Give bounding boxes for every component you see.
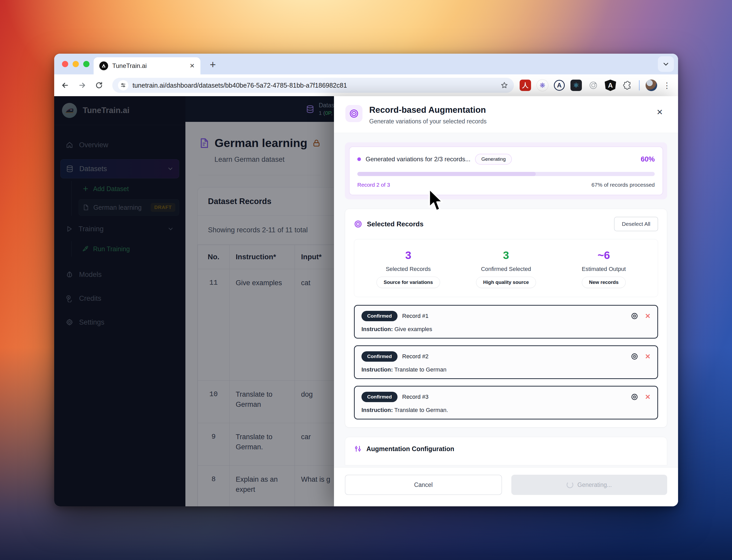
- extensions-puzzle-icon[interactable]: [622, 80, 633, 91]
- page-subtitle: Learn German dataset: [214, 156, 321, 164]
- dataset-records-title: Dataset Records: [198, 187, 334, 216]
- draft-badge: DRAFT: [151, 203, 175, 212]
- stat-pill: Source for variations: [377, 277, 440, 288]
- generation-progress-section: Generated variations for 2/3 records... …: [345, 142, 667, 199]
- close-window-button[interactable]: [62, 61, 68, 67]
- sidebar-item-settings[interactable]: Settings: [60, 313, 179, 332]
- selected-record-list: Confirmed Record #1 ✕ Instruction: Give …: [354, 305, 658, 419]
- page-header: German learning Learn German dataset: [185, 122, 334, 175]
- minimize-window-button[interactable]: [73, 61, 79, 67]
- lock-icon: [312, 138, 321, 148]
- modal-subtitle: Generate variations of your selected rec…: [369, 118, 487, 125]
- url-text[interactable]: tunetrain.ai/dashboard/datasets/bb40be76…: [133, 82, 496, 89]
- new-tab-button[interactable]: +: [210, 59, 216, 71]
- confirmed-badge: Confirmed: [361, 351, 398, 362]
- remove-record-icon[interactable]: ✕: [645, 393, 651, 401]
- augmentation-modal: Record-based Augmentation Generate varia…: [334, 96, 678, 506]
- selected-records-heading: Selected Records: [367, 220, 423, 228]
- topbar-dataset-stats: 1 (0P,: [319, 110, 334, 116]
- sidebar-item-overview[interactable]: Overview: [60, 135, 179, 155]
- forward-button[interactable]: [78, 81, 89, 89]
- modal-header: Record-based Augmentation Generate varia…: [334, 96, 678, 133]
- file-icon: [82, 204, 89, 211]
- bookmark-star-icon[interactable]: [500, 81, 508, 89]
- selected-records-section: Selected Records Deselect All 3 Selected…: [345, 209, 667, 428]
- tab-close-icon[interactable]: ✕: [190, 62, 195, 69]
- toolbar-divider: [639, 80, 640, 90]
- divider: [198, 175, 321, 175]
- training-subnav: Run Training: [71, 241, 179, 257]
- stat-pill: New records: [582, 277, 625, 288]
- selected-record-card: Confirmed Record #3 ✕ Instruction: Trans…: [354, 386, 658, 419]
- dataset-records-card: Dataset Records Showing records 2-11 of …: [197, 187, 334, 506]
- close-icon[interactable]: ✕: [653, 105, 667, 119]
- sidebar: TuneTrain.ai Overview Datasets: [54, 96, 185, 506]
- generating-button[interactable]: Generating...: [511, 475, 667, 495]
- play-icon: [66, 225, 73, 233]
- modal-footer: Cancel Generating...: [334, 467, 678, 506]
- pdf-extension-icon[interactable]: 人: [520, 80, 531, 91]
- back-button[interactable]: [61, 81, 72, 89]
- cancel-button[interactable]: Cancel: [345, 475, 502, 495]
- sidebar-item-models[interactable]: Models: [60, 265, 179, 284]
- angular-extension-icon[interactable]: A: [605, 80, 616, 91]
- table-row[interactable]: 9 Translate to German. car: [198, 423, 334, 466]
- topbar-dataset-label: Datase: [319, 102, 334, 109]
- preview-target-icon[interactable]: [631, 312, 638, 320]
- table-row[interactable]: 11 Give examples cat: [198, 269, 334, 381]
- main-content: Datase 1 (0P, German learning Learn Germ…: [185, 96, 334, 506]
- brain-icon: [66, 271, 73, 278]
- stat-selected-records: 3 Selected Records Source for variations: [359, 249, 457, 288]
- generating-badge: Generating: [475, 154, 512, 165]
- sidebar-item-credits[interactable]: Credits: [60, 289, 179, 308]
- generation-progress-card: Generated variations for 2/3 records... …: [349, 146, 663, 195]
- remove-record-icon[interactable]: ✕: [645, 312, 651, 320]
- coins-icon: [66, 295, 73, 302]
- orbit-extension-icon[interactable]: [588, 80, 599, 91]
- record-title: Record #1: [402, 313, 429, 319]
- reload-button[interactable]: [95, 81, 107, 89]
- database-icon: [66, 165, 74, 173]
- preview-target-icon[interactable]: [631, 393, 638, 401]
- table-row[interactable]: 8 Explain as an expert What is g: [198, 466, 334, 507]
- progress-status-text: Generated variations for 2/3 records...: [366, 156, 470, 163]
- browser-tab[interactable]: TuneTrain.ai ✕: [94, 57, 200, 74]
- home-icon: [66, 141, 73, 149]
- letter-a-extension-icon[interactable]: A: [554, 80, 565, 91]
- address-bar[interactable]: tunetrain.ai/dashboard/datasets/bb40be76…: [112, 78, 514, 93]
- browser-menu-icon[interactable]: ⋮: [663, 81, 671, 90]
- tab-search-button[interactable]: [658, 56, 674, 72]
- selection-stats: 3 Selected Records Source for variations…: [354, 239, 658, 297]
- datasets-subnav: Add Dataset German learning DRAFT: [71, 181, 179, 216]
- tab-favicon-icon: [99, 61, 108, 70]
- table-row[interactable]: 10 Translate to German dog: [198, 381, 334, 423]
- preview-target-icon[interactable]: [631, 353, 638, 360]
- sidebar-nav: Overview Datasets Add Dataset: [54, 125, 185, 342]
- remove-record-icon[interactable]: ✕: [645, 353, 651, 361]
- sidebar-item-add-dataset[interactable]: Add Dataset: [79, 181, 179, 197]
- sidebar-item-training[interactable]: Training: [60, 219, 179, 239]
- spinner-icon: [567, 481, 573, 488]
- sidebar-item-german-learning[interactable]: German learning DRAFT: [79, 199, 179, 216]
- records-table: No. Instruction* Input* 11 Give examples…: [198, 245, 334, 506]
- tab-title: TuneTrain.ai: [112, 62, 185, 69]
- sidebar-item-datasets[interactable]: Datasets: [60, 159, 179, 178]
- sidebar-item-run-training[interactable]: Run Training: [79, 241, 179, 257]
- extensions-row: 人 ❋ A ⚛ A ⋮: [520, 79, 671, 91]
- plus-icon: [82, 185, 89, 192]
- profile-avatar[interactable]: [645, 79, 657, 91]
- site-settings-icon[interactable]: [118, 80, 128, 90]
- brand-name: TuneTrain.ai: [83, 106, 129, 115]
- snowflake-extension-icon[interactable]: ❋: [537, 80, 548, 91]
- progress-record-label: Record 2 of 3: [357, 182, 390, 188]
- app-background: TuneTrain.ai Overview Datasets: [54, 96, 334, 506]
- confirmed-badge: Confirmed: [361, 392, 398, 402]
- window-controls: [62, 61, 89, 67]
- zoom-window-button[interactable]: [83, 61, 89, 67]
- deselect-all-button[interactable]: Deselect All: [614, 217, 658, 231]
- browser-window: TuneTrain.ai ✕ + tunetrain.: [54, 54, 678, 506]
- react-devtools-icon[interactable]: ⚛: [570, 80, 582, 91]
- chevron-down-icon: [167, 165, 174, 172]
- target-icon: [345, 105, 362, 122]
- selected-record-card: Confirmed Record #2 ✕ Instruction: Trans…: [354, 345, 658, 379]
